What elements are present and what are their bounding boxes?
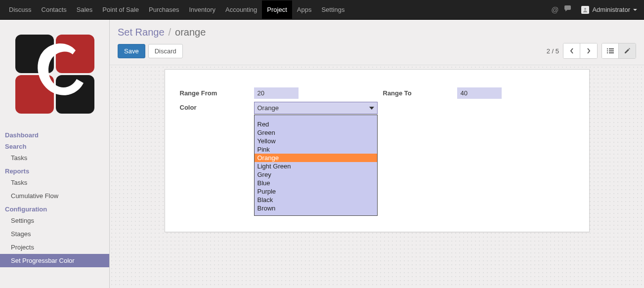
breadcrumb: Set Range / orange bbox=[118, 24, 636, 43]
color-select[interactable]: Orange bbox=[254, 102, 378, 114]
pager-buttons bbox=[563, 43, 598, 59]
sidebar-item-settings[interactable]: Settings bbox=[0, 214, 109, 227]
top-navbar: DiscussContactsSalesPoint of SalePurchas… bbox=[0, 0, 644, 20]
nav-item-discuss[interactable]: Discuss bbox=[4, 0, 37, 19]
sidebar-header-reports[interactable]: Reports bbox=[0, 165, 109, 176]
nav-item-project[interactable]: Project bbox=[262, 0, 292, 19]
user-menu[interactable]: Administrator bbox=[578, 4, 640, 16]
color-option-brown[interactable]: Brown bbox=[255, 204, 377, 212]
range-from-label: Range From bbox=[180, 87, 254, 97]
pager-prev[interactable] bbox=[563, 43, 580, 58]
nav-item-apps[interactable]: Apps bbox=[292, 0, 317, 19]
sidebar-item-tasks[interactable]: Tasks bbox=[0, 176, 109, 189]
color-option-grey[interactable]: Grey bbox=[255, 170, 377, 179]
avatar bbox=[581, 6, 589, 14]
nav-right: @ Administrator bbox=[551, 4, 640, 16]
color-option-yellow[interactable]: Yellow bbox=[255, 137, 377, 145]
sidebar-header-search[interactable]: Search bbox=[0, 140, 109, 151]
sidebar-header-configuration[interactable]: Configuration bbox=[0, 203, 109, 214]
nav-item-accounting[interactable]: Accounting bbox=[220, 0, 262, 19]
breadcrumb-current: orange bbox=[175, 27, 206, 38]
nav-item-inventory[interactable]: Inventory bbox=[184, 0, 220, 19]
breadcrumb-separator: / bbox=[169, 27, 172, 38]
range-to-input[interactable] bbox=[457, 87, 502, 99]
color-option-orange[interactable]: Orange bbox=[255, 154, 377, 162]
color-label: Color bbox=[180, 102, 254, 111]
svg-rect-2 bbox=[56, 35, 94, 73]
sidebar-item-stages[interactable]: Stages bbox=[0, 227, 109, 241]
view-switcher bbox=[601, 43, 636, 59]
nav-item-point-of-sale[interactable]: Point of Sale bbox=[97, 0, 144, 19]
color-option-blue[interactable]: Blue bbox=[255, 179, 377, 187]
sidebar-item-set-progressbar-color[interactable]: Set Progressbar Color bbox=[0, 254, 109, 267]
form-sheet-background: Range From Range To Color bbox=[110, 65, 644, 288]
nav-item-contacts[interactable]: Contacts bbox=[37, 0, 72, 19]
breadcrumb-link[interactable]: Set Range bbox=[118, 27, 165, 38]
control-panel: Set Range / orange Save Discard 2 / 5 bbox=[110, 20, 644, 65]
view-list-button[interactable] bbox=[602, 43, 619, 58]
color-option-green[interactable]: Green bbox=[255, 128, 377, 137]
sidebar: DashboardSearchTasksReportsTasksCumulati… bbox=[0, 20, 110, 288]
at-icon[interactable]: @ bbox=[551, 5, 558, 14]
sidebar-header-dashboard[interactable]: Dashboard bbox=[0, 128, 109, 140]
color-option-pink[interactable]: Pink bbox=[255, 145, 377, 154]
nav-item-sales[interactable]: Sales bbox=[72, 0, 98, 19]
chevron-down-icon bbox=[633, 9, 637, 11]
view-form-button[interactable] bbox=[619, 43, 636, 58]
nav-left: DiscussContactsSalesPoint of SalePurchas… bbox=[4, 0, 349, 19]
svg-point-0 bbox=[584, 8, 586, 10]
color-option-black[interactable]: Black bbox=[255, 196, 377, 204]
nav-item-settings[interactable]: Settings bbox=[316, 0, 349, 19]
sidebar-item-tasks[interactable]: Tasks bbox=[0, 151, 109, 165]
app-logo bbox=[7, 30, 102, 119]
color-option-light-green[interactable]: Light Green bbox=[255, 162, 377, 170]
sidebar-item-cumulative-flow[interactable]: Cumulative Flow bbox=[0, 189, 109, 203]
form-sheet: Range From Range To Color bbox=[165, 69, 590, 232]
discard-button[interactable]: Discard bbox=[148, 44, 183, 58]
color-select-value: Orange bbox=[258, 104, 279, 112]
save-button[interactable]: Save bbox=[118, 44, 145, 58]
color-option-purple[interactable]: Purple bbox=[255, 187, 377, 196]
range-to-label: Range To bbox=[383, 87, 457, 97]
sidebar-item-projects[interactable]: Projects bbox=[0, 241, 109, 254]
range-from-input[interactable] bbox=[254, 87, 299, 99]
user-name: Administrator bbox=[592, 6, 630, 13]
pager-value[interactable]: 2 / 5 bbox=[547, 47, 559, 55]
content-area: Set Range / orange Save Discard 2 / 5 bbox=[110, 20, 644, 288]
chevron-down-icon bbox=[369, 107, 374, 110]
chat-icon[interactable] bbox=[564, 5, 572, 14]
color-dropdown: RedGreenYellowPinkOrangeLight GreenGreyB… bbox=[254, 115, 378, 216]
color-option-red[interactable]: Red bbox=[255, 120, 377, 128]
nav-item-purchases[interactable]: Purchases bbox=[144, 0, 184, 19]
pager-next[interactable] bbox=[580, 43, 597, 58]
